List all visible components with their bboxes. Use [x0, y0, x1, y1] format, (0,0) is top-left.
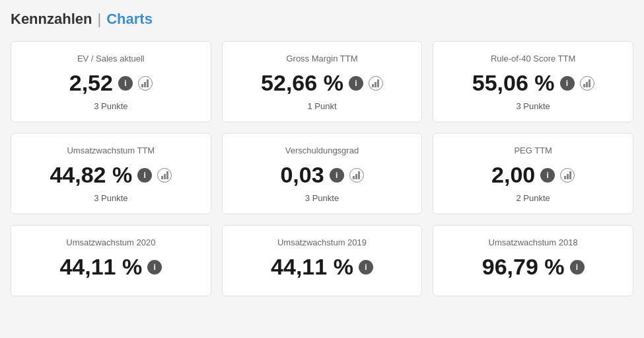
info-icon-peg-ttm[interactable]: i — [540, 168, 555, 183]
card-value-row-ev-sales: 2,52i — [69, 70, 153, 96]
chart-icon-ev-sales[interactable] — [138, 76, 153, 91]
card-value-ev-sales: 2,52 — [69, 70, 113, 96]
card-umsatzwachstum-ttm: Umsatzwachstum TTM44,82 %i3 Punkte — [11, 133, 211, 214]
card-points-peg-ttm: 2 Punkte — [516, 193, 550, 203]
card-value-umsatzwachstum-ttm: 44,82 % — [50, 162, 132, 188]
info-icon-umsatzwachstum-ttm[interactable]: i — [137, 168, 152, 183]
chart-icon-umsatzwachstum-ttm[interactable] — [157, 168, 172, 183]
card-value-row-peg-ttm: 2,00i — [491, 162, 575, 188]
chart-icon-gross-margin[interactable] — [369, 76, 383, 91]
charts-link[interactable]: Charts — [106, 11, 153, 28]
card-value-umsatzwachstum-2019: 44,11 % — [271, 254, 353, 280]
chart-icon-verschuldungsgrad[interactable] — [349, 168, 364, 183]
card-value-row-umsatzwachstum-ttm: 44,82 %i — [50, 162, 172, 188]
card-value-row-verschuldungsgrad: 0,03i — [280, 162, 363, 188]
card-value-gross-margin: 52,66 % — [261, 70, 343, 96]
card-title-ev-sales: EV / Sales aktuell — [77, 54, 145, 63]
card-title-umsatzwachstum-2019: Umsatzwachstum 2019 — [277, 237, 367, 247]
card-value-rule-of-40: 55,06 % — [472, 70, 555, 96]
card-points-verschuldungsgrad: 3 Punkte — [305, 193, 339, 203]
header-separator: | — [97, 11, 101, 28]
card-umsatzwachstum-2020: Umsatzwachstum 202044,11 %i — [11, 225, 211, 296]
card-points-gross-margin: 1 Punkt — [307, 101, 336, 111]
card-title-umsatzwachstum-2020: Umsatzwachstum 2020 — [66, 237, 155, 247]
info-icon-umsatzwachstum-2020[interactable]: i — [147, 260, 162, 275]
card-points-umsatzwachstum-ttm: 3 Punkte — [94, 193, 127, 203]
info-icon-ev-sales[interactable]: i — [118, 76, 133, 91]
card-points-ev-sales: 3 Punkte — [94, 101, 127, 111]
info-icon-rule-of-40[interactable]: i — [560, 76, 575, 91]
card-umsatzwachstum-2018: Umsatzwachstum 201896,79 %i — [433, 225, 633, 296]
chart-icon-peg-ttm[interactable] — [560, 168, 575, 183]
card-value-row-gross-margin: 52,66 %i — [261, 70, 383, 96]
card-title-umsatzwachstum-2018: Umsatzwachstum 2018 — [489, 237, 578, 247]
info-icon-verschuldungsgrad[interactable]: i — [330, 168, 344, 183]
card-title-verschuldungsgrad: Verschuldungsgrad — [285, 146, 359, 155]
cards-grid: EV / Sales aktuell2,52i3 PunkteGross Mar… — [11, 41, 633, 296]
card-umsatzwachstum-2019: Umsatzwachstum 201944,11 %i — [222, 225, 423, 296]
card-value-verschuldungsgrad: 0,03 — [280, 162, 324, 188]
card-value-row-umsatzwachstum-2018: 96,79 %i — [482, 254, 585, 280]
card-value-row-umsatzwachstum-2020: 44,11 %i — [59, 254, 162, 280]
info-icon-umsatzwachstum-2019[interactable]: i — [359, 260, 373, 275]
card-title-rule-of-40: Rule-of-40 Score TTM — [491, 54, 575, 63]
card-value-umsatzwachstum-2018: 96,79 % — [482, 254, 565, 280]
card-title-gross-margin: Gross Margin TTM — [286, 54, 357, 63]
card-value-umsatzwachstum-2020: 44,11 % — [59, 254, 142, 280]
card-gross-margin: Gross Margin TTM52,66 %i1 Punkt — [222, 41, 423, 122]
card-value-row-umsatzwachstum-2019: 44,11 %i — [271, 254, 373, 280]
card-points-rule-of-40: 3 Punkte — [516, 101, 550, 111]
page-header: Kennzahlen | Charts — [11, 11, 633, 28]
info-icon-umsatzwachstum-2018[interactable]: i — [570, 260, 585, 275]
card-verschuldungsgrad: Verschuldungsgrad0,03i3 Punkte — [222, 133, 423, 214]
card-value-row-rule-of-40: 55,06 %i — [472, 70, 594, 96]
card-rule-of-40: Rule-of-40 Score TTM55,06 %i3 Punkte — [433, 41, 633, 122]
chart-icon-rule-of-40[interactable] — [580, 76, 594, 91]
page-title: Kennzahlen — [11, 11, 92, 28]
info-icon-gross-margin[interactable]: i — [349, 76, 363, 91]
card-title-peg-ttm: PEG TTM — [514, 146, 552, 155]
card-title-umsatzwachstum-ttm: Umsatzwachstum TTM — [67, 146, 155, 155]
card-value-peg-ttm: 2,00 — [491, 162, 535, 188]
card-peg-ttm: PEG TTM2,00i2 Punkte — [433, 133, 633, 214]
card-ev-sales: EV / Sales aktuell2,52i3 Punkte — [11, 41, 211, 122]
